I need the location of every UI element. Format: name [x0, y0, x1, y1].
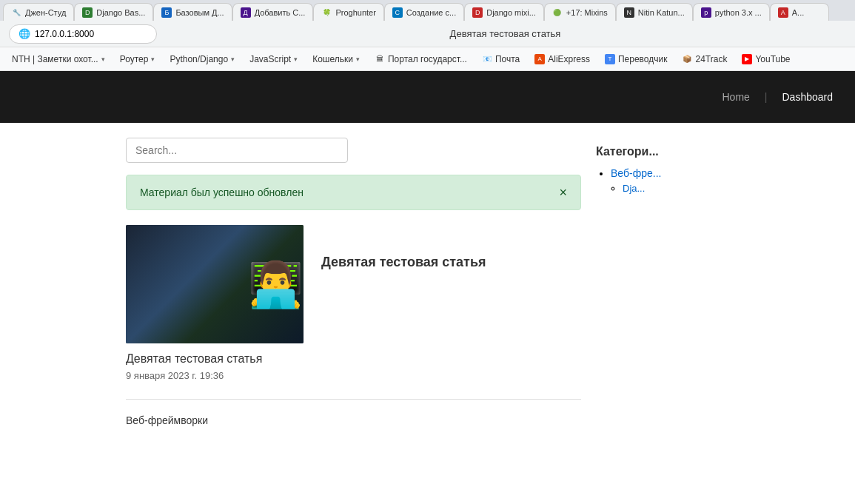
page-body: Материал был успешно обновлен × — [0, 123, 855, 493]
tab-icon-0: 🔧 — [11, 7, 21, 18]
nav-dashboard-link[interactable]: Dashboard — [782, 91, 834, 103]
bookmark-js-label: JavaScript — [249, 54, 291, 64]
tab-icon-10: А — [778, 7, 788, 18]
tab-icon-4: 🍀 — [321, 7, 332, 18]
bookmark-portal[interactable]: 🏛 Портал государст... — [369, 52, 473, 67]
search-bar — [126, 138, 581, 163]
translate-icon: T — [605, 54, 615, 64]
nav-separator: | — [765, 91, 768, 103]
article-date: 9 января 2023 г. 19:36 — [126, 370, 581, 381]
article-top: > python main.py import django from app … — [126, 225, 581, 343]
tab-icon-3: Д — [241, 7, 251, 18]
tab-label-10: А... — [792, 8, 805, 17]
tab-2[interactable]: Б Базовым Д... — [153, 3, 232, 21]
svg-rect-2 — [198, 261, 236, 283]
svg-rect-16 — [141, 305, 187, 312]
bookmark-python[interactable]: Python/Django ▾ — [164, 52, 241, 67]
svg-rect-18 — [126, 317, 248, 325]
bookmark-router-label: Роутер — [120, 54, 149, 64]
main-content: Материал был успешно обновлен × — [126, 138, 581, 478]
tab-6[interactable]: D Django mixi... — [464, 3, 544, 21]
bookmark-mail-label: Почта — [495, 54, 520, 64]
header-nav: Home | Dashboard — [722, 91, 834, 103]
article-title-inline: Девятая тестовая статья — [321, 225, 486, 270]
svg-rect-13 — [170, 270, 175, 274]
article-image: > python main.py import django from app … — [126, 225, 304, 343]
tab-7[interactable]: 🟢 +17: Mixins — [544, 3, 616, 21]
bookmark-portal-label: Портал государст... — [388, 54, 467, 64]
bookmark-wallets-label: Кошельки — [312, 54, 353, 64]
article-card: > python main.py import django from app … — [126, 225, 581, 400]
tab-10[interactable]: А А... — [770, 3, 829, 21]
svg-point-11 — [160, 259, 178, 269]
bookmark-js[interactable]: JavaScript ▾ — [244, 52, 304, 67]
bookmark-24track[interactable]: 📦 24Track — [676, 52, 733, 67]
tab-label-1: Django Bas... — [96, 8, 145, 17]
bookmark-nth[interactable]: NTH | Заметки охот... ▾ — [6, 52, 111, 67]
bookmarks-bar: NTH | Заметки охот... ▾ Роутер ▾ Python/… — [0, 47, 855, 71]
sidebar-category-list: Веб-фре... Djа... — [596, 167, 729, 194]
tab-icon-8: N — [624, 7, 634, 18]
svg-rect-0 — [126, 243, 248, 325]
sidebar: Категори... Веб-фре... Djа... — [596, 138, 729, 478]
tab-0[interactable]: 🔧 Джен-Студ — [3, 3, 74, 21]
svg-rect-8 — [178, 265, 198, 280]
svg-text:DEBUG = True: DEBUG = True — [201, 275, 218, 278]
bookmark-aliexpress-label: AliExpress — [548, 54, 590, 64]
svg-point-10 — [160, 262, 178, 280]
bookmark-translate[interactable]: T Переводчик — [599, 52, 674, 67]
svg-rect-7 — [177, 264, 200, 282]
bookmark-translate-label: Переводчик — [618, 54, 668, 64]
chevron-down-icon-4: ▾ — [294, 56, 298, 63]
tab-5[interactable]: С Создание с... — [384, 3, 464, 21]
tab-label-0: Джен-Студ — [25, 8, 66, 17]
sidebar-title: Категори... — [596, 145, 729, 158]
svg-text:import django: import django — [201, 268, 216, 271]
tab-1[interactable]: D Django Bas... — [74, 3, 153, 21]
tab-label-9: python 3.x ... — [715, 8, 762, 17]
article-image-svg: > python main.py import django from app … — [126, 225, 248, 343]
tab-8[interactable]: N Nitin Katun... — [616, 3, 693, 21]
chevron-down-icon-5: ▾ — [356, 56, 360, 63]
site-header: Home | Dashboard — [0, 71, 855, 123]
article-thumbnail: > python main.py import django from app … — [126, 225, 304, 343]
bookmark-python-label: Python/Django — [170, 54, 228, 64]
sidebar-list-item: Веб-фре... Djа... — [611, 167, 729, 194]
tab-9[interactable]: p python 3.x ... — [693, 3, 770, 21]
bookmark-router[interactable]: Роутер ▾ — [114, 52, 161, 67]
address-box[interactable]: 🌐 127.0.0.1:8000 — [9, 24, 157, 44]
portal-icon: 🏛 — [375, 54, 385, 64]
alert-message: Материал был успешно обновлен — [140, 187, 304, 198]
sidebar-django-link[interactable]: Djа... — [623, 183, 645, 194]
globe-icon: 🌐 — [19, 28, 30, 39]
alert-close-button[interactable]: × — [559, 186, 567, 199]
nav-home-link[interactable]: Home — [722, 91, 750, 103]
tab-icon-7: 🟢 — [552, 7, 563, 18]
bookmark-wallets[interactable]: Кошельки ▾ — [306, 52, 366, 67]
search-input[interactable] — [126, 138, 348, 163]
svg-rect-12 — [163, 270, 168, 274]
chevron-down-icon: ▾ — [101, 56, 105, 63]
tab-icon-2: Б — [161, 7, 172, 18]
bookmark-youtube[interactable]: ▶ YouTube — [736, 52, 796, 67]
bookmark-nth-label: NTH | Заметки охот... — [12, 54, 98, 64]
chevron-down-icon-3: ▾ — [231, 56, 235, 63]
sidebar-sublist: Djа... — [611, 182, 729, 194]
article-title-below: Девятая тестовая статья — [126, 352, 581, 366]
bookmark-aliexpress[interactable]: A AliExpress — [529, 52, 596, 67]
sidebar-webframeworks-link[interactable]: Веб-фре... — [611, 167, 661, 179]
sidebar-sublist-item: Djа... — [623, 182, 729, 194]
bookmark-mail[interactable]: 📧 Почта — [476, 52, 526, 67]
chevron-down-icon-2: ▾ — [151, 56, 155, 63]
tab-3[interactable]: Д Добавить C... — [232, 3, 314, 21]
svg-text:>_: >_ — [179, 268, 182, 271]
track-icon: 📦 — [682, 54, 692, 64]
tab-label-7: +17: Mixins — [566, 8, 608, 17]
aliexpress-icon: A — [534, 54, 545, 64]
tab-4[interactable]: 🍀 Proghunter — [313, 3, 383, 21]
tab-label-5: Создание с... — [406, 8, 456, 17]
svg-text:> python main.py: > python main.py — [201, 264, 220, 267]
address-bar: 🌐 127.0.0.1:8000 Девятая тестовая статья — [0, 21, 855, 47]
svg-text:from app import *: from app import * — [201, 272, 221, 275]
youtube-icon: ▶ — [742, 54, 752, 64]
